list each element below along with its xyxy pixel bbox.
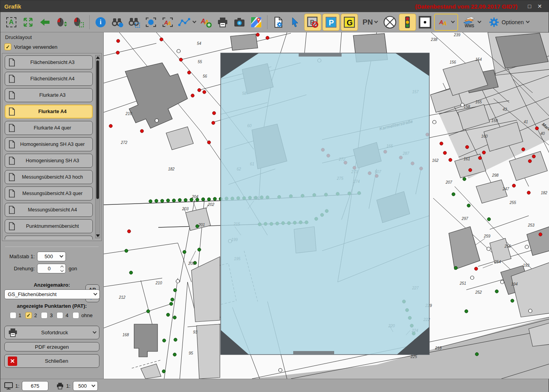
toggle-p-button[interactable]: P [322,14,340,31]
layout-button[interactable]: Flächenübersicht A3 [5,55,93,69]
pn-button[interactable]: PN [359,14,381,30]
toggle-g-button[interactable]: G [341,14,358,31]
scroll-down-icon[interactable] [96,234,100,237]
svg-text:194: 194 [511,282,518,286]
polyline-button[interactable] [177,14,197,30]
svg-text:255: 255 [509,200,516,205]
google-maps-button[interactable] [248,14,264,30]
zoom-extent-button[interactable] [20,14,36,30]
scrollbar-thumb[interactable] [96,60,99,199]
cursor-button[interactable] [287,14,303,30]
screen-scale-prefix: 1: [15,383,19,389]
screen-scale-field[interactable] [22,381,48,391]
document-settings-button[interactable] [271,14,286,30]
svg-text:P: P [329,18,334,27]
point-symbol-icon [418,16,432,29]
layout-list-scrollbar[interactable] [95,55,100,238]
layout-button[interactable]: Flurkarte A4 [5,105,93,119]
chevron-down-icon [193,20,197,23]
add-text-button[interactable]: AA [198,14,214,30]
screen-scale-input[interactable] [22,383,48,389]
datenbestand-note: (Datenbestand vom 22.09.2017 GID7) [415,3,517,10]
layout-button[interactable]: Messungsübersicht A3 hoch [5,170,93,184]
rotation-spinner[interactable]: 0 [37,264,66,273]
crossed-circle-button[interactable] [382,14,398,30]
layout-button[interactable]: Flurkarte A3 [5,88,93,102]
vorlage-checkbox[interactable]: ✓ [4,43,11,50]
sofortdruck-button[interactable]: Sofortdruck [4,326,99,339]
camera-button[interactable] [232,14,247,30]
status-bar: 1: 1: 500 [0,379,549,392]
mouse-pan-icon [56,17,67,28]
svg-text:251: 251 [459,281,466,286]
maximize-button[interactable]: □ [524,3,535,9]
text-display-button[interactable]: AA [434,14,458,31]
schliessen-button[interactable]: ✕ Schließen [4,354,99,368]
text-select-icon: A [6,17,16,27]
layout-button[interactable]: Flurkarte A4 quer [5,121,93,135]
chevron-down-icon [478,20,482,23]
layout-button[interactable]: Punktnummernübersicht [5,219,93,233]
close-button[interactable]: ✕ [535,3,545,9]
svg-text:55: 55 [198,60,202,64]
pat-checkbox-ohne[interactable] [73,312,79,319]
svg-text:272: 272 [120,140,128,145]
point-symbol-button[interactable] [417,14,433,30]
print-area-overlay[interactable] [221,53,429,355]
svg-text:254: 254 [494,260,501,264]
svg-text:298: 298 [492,173,499,177]
makro-select[interactable]: GS_Flächenübersicht [4,289,100,299]
svg-text:205: 205 [188,261,195,266]
pdf-erzeugen-button[interactable]: PDF erzeugen [4,342,99,351]
print-button[interactable] [215,14,230,30]
text-select-button[interactable]: A [4,14,19,30]
mouse-pan-button[interactable] [54,14,69,30]
layout-button-partial[interactable] [5,236,93,239]
window-title: Grafik [4,3,21,10]
traffic-light-button[interactable] [399,14,416,31]
chevron-down-icon [94,292,97,296]
spin-down-icon[interactable] [60,268,64,271]
chevron-down-icon [60,254,64,258]
vorlage-checkbox-row[interactable]: ✓ Vorlage verwenden [2,42,102,53]
pat-checkbox-2[interactable]: ✓ [25,312,32,319]
layout-button[interactable]: Homogenisierung SH A3 [5,154,93,168]
search-area-button[interactable] [126,14,142,30]
print-scale-select[interactable]: 500 [73,381,98,391]
info-button[interactable]: i [93,14,108,30]
layout-button[interactable]: Messungsübersicht A3 quer [5,186,93,200]
svg-text:203: 203 [182,207,189,211]
select-point-button[interactable] [143,14,159,30]
gear-icon [489,17,499,28]
layout-button[interactable]: Homogenisierung SH A3 quer [5,137,93,151]
scale-select[interactable]: 500 [37,252,66,261]
chevron-down-icon [451,20,455,23]
svg-text:41: 41 [524,120,528,124]
optionen-button[interactable]: Optionen [485,14,532,30]
scroll-up-icon[interactable] [96,56,100,59]
pat-checkbox-4[interactable] [57,312,63,319]
mouse-zoom-button[interactable] [71,14,86,30]
search-point-button[interactable] [110,14,125,30]
toggle-b-button[interactable]: B [304,14,321,31]
layout-button[interactable]: Flächenübersicht A4 [5,72,93,86]
spin-up-icon[interactable] [60,265,64,268]
pat-checkbox-3[interactable] [41,312,48,319]
layout-button[interactable]: Messungsübersicht A4 [5,203,93,217]
wms-label: WMS [465,24,474,28]
select-point-icon [145,17,157,28]
binoculars-area-icon [128,17,140,28]
map-canvas[interactable]: 5455562102721822042032022012052102121689… [104,32,549,379]
toolbar-separator [89,15,90,29]
map-area[interactable]: 5455562102721822042032022012052102121689… [104,32,549,379]
back-button[interactable] [37,14,53,30]
layout-list: Flächenübersicht A3Flächenübersicht A4Fl… [2,53,102,241]
select-text-button[interactable]: AA [160,14,175,30]
wms-layers-icon [463,16,476,24]
pat-checkbox-1[interactable] [10,312,16,319]
svg-text:54: 54 [197,41,202,46]
rotation-label: Drehung: [4,266,37,271]
wms-button[interactable]: WMS [459,14,484,30]
svg-text:158: 158 [464,105,470,109]
svg-text:210: 210 [155,281,162,285]
